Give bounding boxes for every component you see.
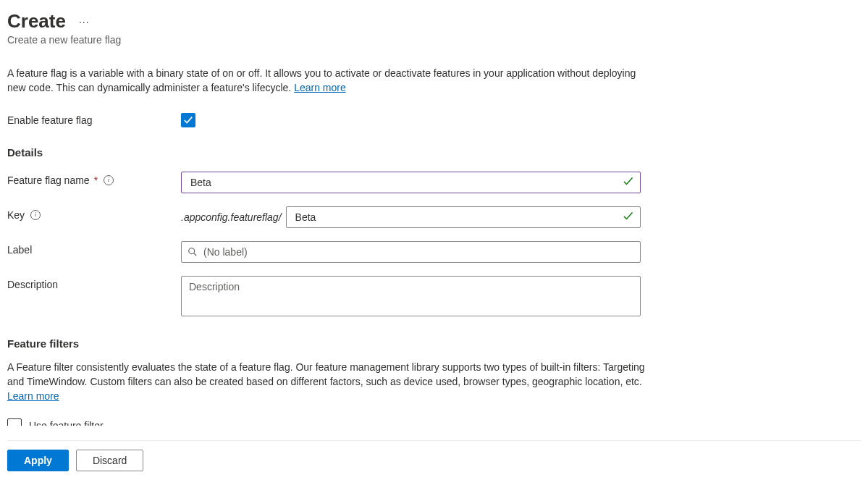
enable-flag-label: Enable feature flag — [7, 114, 181, 126]
svg-line-1 — [194, 253, 197, 256]
key-input[interactable] — [294, 211, 618, 224]
description-textarea[interactable] — [181, 276, 641, 316]
filters-heading: Feature filters — [7, 337, 861, 350]
svg-point-0 — [189, 248, 195, 254]
valid-check-icon — [623, 210, 634, 224]
required-asterisk: * — [94, 174, 98, 186]
search-icon — [187, 247, 198, 257]
key-input-wrap — [286, 206, 641, 228]
use-filter-label: Use feature filter — [29, 420, 104, 426]
key-label: Key — [7, 209, 25, 221]
details-heading: Details — [7, 146, 861, 159]
page-subtitle: Create a new feature flag — [7, 34, 861, 46]
label-field-label: Label — [7, 244, 32, 256]
valid-check-icon — [623, 175, 634, 189]
description-label: Description — [7, 279, 58, 290]
info-icon[interactable]: i — [30, 210, 41, 220]
flag-name-label: Feature flag name — [7, 174, 90, 186]
check-icon — [183, 115, 193, 125]
page-title: Create — [7, 10, 66, 33]
label-input[interactable] — [202, 245, 618, 258]
apply-button[interactable]: Apply — [7, 450, 69, 471]
filters-learn-more-link[interactable]: Learn more — [7, 390, 59, 402]
flag-name-input-wrap — [181, 172, 641, 193]
flag-name-input[interactable] — [189, 176, 618, 189]
enable-flag-checkbox[interactable] — [181, 113, 195, 127]
more-actions-button[interactable]: ··· — [76, 14, 93, 29]
info-icon[interactable]: i — [104, 175, 114, 185]
intro-text: A feature flag is a variable with a bina… — [7, 66, 637, 96]
label-input-wrap — [181, 241, 641, 263]
use-filter-checkbox[interactable] — [7, 418, 22, 426]
discard-button[interactable]: Discard — [76, 450, 143, 471]
intro-learn-more-link[interactable]: Learn more — [294, 82, 346, 93]
filters-text: A Feature filter consistently evaluates … — [7, 360, 652, 404]
key-prefix: .appconfig.featureflag/ — [181, 211, 282, 223]
footer: Apply Discard — [7, 440, 861, 480]
